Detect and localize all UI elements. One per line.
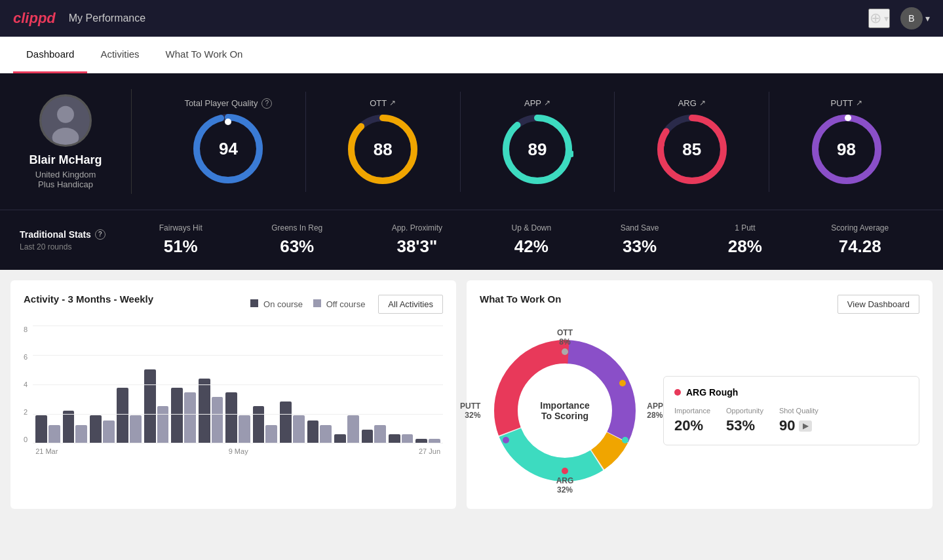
main-content: Activity - 3 Months - Weekly On course O… — [0, 270, 943, 519]
stat-scoring-average: Scoring Average 74.28 — [831, 223, 889, 257]
app-label: APP ↗ — [524, 98, 550, 108]
chart-area: 21 Mar 9 May 27 Jun — [33, 326, 443, 457]
donut-center-label: Importance To Scoring — [540, 400, 589, 421]
y-label-4: 4 — [24, 381, 28, 388]
arg-value: 85 — [682, 139, 701, 159]
arg-segment-label: ARG 32% — [556, 476, 574, 495]
stat-fairways-hit: Fairways Hit 51% — [159, 223, 202, 257]
wtwo-header: What To Work On View Dashboard — [480, 293, 919, 315]
opportunity-label: Opportunity — [726, 407, 763, 415]
stat-sand-label: Sand Save — [621, 223, 659, 233]
x-axis-labels: 21 Mar 9 May 27 Jun — [33, 447, 443, 455]
grid-line-8 — [33, 326, 443, 326]
opportunity-metric: Opportunity 53% — [726, 407, 763, 434]
grid-lines — [33, 326, 443, 443]
svg-point-23 — [619, 380, 626, 386]
logo: clippd — [13, 10, 56, 27]
stat-updown-label: Up & Down — [512, 223, 552, 233]
shot-quality-value: 90 ▶ — [779, 417, 818, 434]
stat-fairways-hit-value: 51% — [159, 236, 202, 257]
header: clippd My Performance ⊕ ▾ B ▾ — [0, 0, 943, 37]
add-button[interactable]: ⊕ ▾ — [868, 9, 890, 28]
off-course-legend: Off course — [313, 299, 365, 309]
x-label-jun: 27 Jun — [419, 447, 440, 455]
gauge-arg: ARG ↗ 85 — [615, 92, 769, 192]
player-name: Blair McHarg — [29, 153, 102, 167]
gauge-app-circle: 89 — [501, 113, 573, 185]
info-dot — [674, 389, 681, 396]
player-info: Blair McHarg United Kingdom Plus Handica… — [20, 94, 111, 189]
shot-quality-metric: Shot Quality 90 ▶ — [779, 407, 818, 434]
svg-point-13 — [658, 141, 664, 148]
x-label-may: 9 May — [229, 447, 248, 455]
plus-circle-icon: ⊕ — [870, 10, 881, 27]
trad-label-sub: Last 20 rounds — [20, 242, 125, 252]
svg-point-1 — [57, 105, 74, 122]
what-to-work-on-card: What To Work On View Dashboard — [467, 280, 933, 509]
traditional-stats-section: Traditional Stats ? Last 20 rounds Fairw… — [0, 210, 943, 270]
putt-segment-label: PUTT 32% — [460, 401, 480, 420]
gauges-container: Total Player Quality ? 94 OTT ↗ — [151, 92, 923, 192]
grid-line-4 — [33, 384, 443, 385]
tpq-label: Total Player Quality ? — [184, 98, 272, 109]
gauge-app: APP ↗ 89 — [461, 92, 615, 192]
stat-scoring-label: Scoring Average — [831, 223, 889, 233]
stat-oneputt-value: 28% — [728, 236, 762, 257]
importance-label: Importance — [674, 407, 710, 415]
svg-point-2 — [52, 128, 79, 147]
all-activities-button[interactable]: All Activities — [378, 295, 443, 314]
gauge-ott-circle: 88 — [347, 113, 419, 185]
wtwo-body: Importance To Scoring OTT 8% APP 28% ARG… — [480, 326, 919, 496]
app-value: 89 — [528, 139, 547, 159]
y-axis: 8 6 4 2 0 — [24, 326, 28, 457]
putt-trend-icon: ↗ — [856, 98, 862, 107]
activity-chart-title: Activity - 3 Months - Weekly — [24, 293, 153, 305]
trad-question-icon[interactable]: ? — [95, 229, 106, 240]
gauge-total-quality-circle: 94 — [192, 113, 264, 185]
stat-updown-value: 42% — [512, 236, 552, 257]
vertical-divider — [131, 89, 132, 194]
traditional-stats-label: Traditional Stats ? Last 20 rounds — [20, 229, 125, 252]
total-quality-value: 94 — [219, 138, 238, 159]
gauge-ott: OTT ↗ 88 — [306, 92, 461, 192]
svg-point-16 — [845, 115, 851, 121]
header-right: ⊕ ▾ B ▾ — [868, 7, 930, 29]
y-label-8: 8 — [24, 326, 28, 333]
tab-activities[interactable]: Activities — [87, 37, 152, 73]
shot-quality-label: Shot Quality — [779, 407, 818, 415]
view-dashboard-button[interactable]: View Dashboard — [837, 295, 919, 314]
opportunity-value: 53% — [726, 417, 763, 434]
stat-sand-value: 33% — [621, 236, 659, 257]
ott-segment-label: OTT 8% — [557, 328, 573, 346]
player-handicap: Plus Handicap — [38, 179, 93, 189]
svg-point-25 — [562, 468, 568, 474]
info-card-title: ARG Rough — [674, 387, 908, 398]
wtwo-title: What To Work On — [480, 293, 561, 305]
stat-sand-save: Sand Save 33% — [621, 223, 659, 257]
y-label-6: 6 — [24, 353, 28, 361]
svg-point-24 — [622, 437, 628, 443]
importance-metric: Importance 20% — [674, 407, 710, 434]
tab-what-to-work-on[interactable]: What To Work On — [153, 37, 256, 73]
stat-greens-label: Greens In Reg — [271, 223, 322, 233]
stat-oneputt-label: 1 Putt — [728, 223, 762, 233]
tab-dashboard[interactable]: Dashboard — [13, 37, 87, 73]
svg-point-26 — [503, 437, 509, 443]
stat-one-putt: 1 Putt 28% — [728, 223, 762, 257]
question-icon[interactable]: ? — [261, 98, 272, 109]
user-avatar-button[interactable]: B ▾ — [900, 7, 930, 29]
ott-trend-icon: ↗ — [389, 98, 396, 107]
stat-greens-value: 63% — [271, 236, 322, 257]
grid-line-2 — [33, 414, 443, 415]
donut-label-line1: Importance — [540, 400, 589, 411]
arg-trend-icon: ↗ — [699, 98, 706, 107]
hero-section: Blair McHarg United Kingdom Plus Handica… — [0, 73, 943, 210]
chart-with-yaxis: 8 6 4 2 0 21 Mar — [24, 326, 443, 457]
svg-point-5 — [225, 119, 231, 125]
grid-line-0 — [33, 443, 443, 443]
stat-greens-in-reg: Greens In Reg 63% — [271, 223, 322, 257]
importance-value: 20% — [674, 417, 710, 434]
ott-value: 88 — [374, 139, 393, 159]
donut-chart-area: Importance To Scoring OTT 8% APP 28% ARG… — [480, 326, 650, 496]
grid-line-6 — [33, 355, 443, 356]
